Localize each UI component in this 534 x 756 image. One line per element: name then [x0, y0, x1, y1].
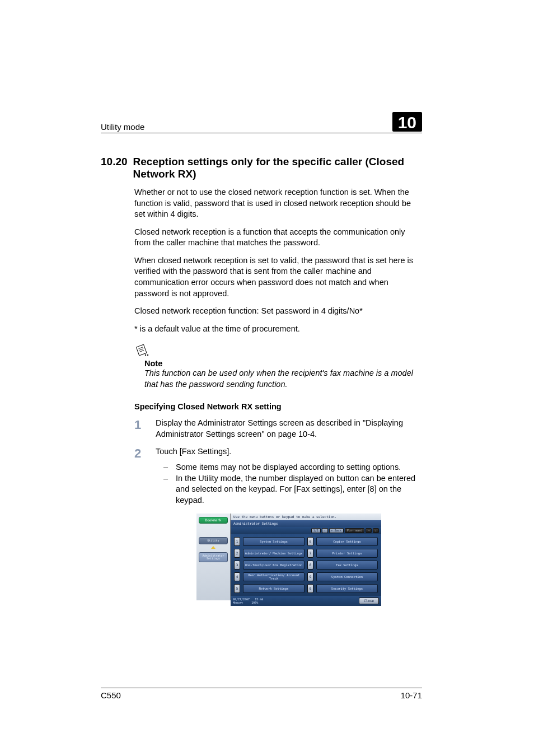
step: 2 Touch [Fax Settings]. – Some items may…: [134, 446, 422, 600]
header-section-title: Utility mode: [101, 122, 144, 132]
bookmark-button[interactable]: Bookmark: [199, 517, 228, 524]
sidebar-item-admin-settings[interactable]: Administrator Settings: [199, 552, 228, 562]
back-first-button[interactable]: ↑: [322, 528, 328, 533]
step-text: Display the Administrator Settings scree…: [156, 418, 422, 440]
step-sublist: – Some items may not be displayed accord…: [156, 462, 422, 506]
paragraph: When closed network reception is set to …: [134, 255, 422, 299]
note-block: Note This function can be used only when…: [134, 344, 422, 390]
step-list: 1 Display the Administrator Settings scr…: [134, 418, 422, 600]
menu-network-settings[interactable]: Network Settings: [243, 584, 305, 593]
menu-system-settings[interactable]: System Settings: [243, 537, 305, 546]
forward-button[interactable]: For- ward: [345, 528, 364, 533]
page-indicator: 1/2: [311, 528, 321, 533]
step-subitem: – Some items may not be displayed accord…: [163, 462, 422, 473]
screenshot-sidebar: Bookmark Utility Administrator Settings: [196, 514, 230, 600]
paragraph: Closed network reception function: Set p…: [134, 306, 422, 317]
step-number: 2: [134, 446, 146, 600]
step-subtext: Some items may not be displayed accordin…: [176, 462, 401, 473]
menu-number[interactable]: 0: [307, 584, 313, 593]
step-body: Touch [Fax Settings]. – Some items may n…: [156, 446, 422, 600]
svg-point-4: [145, 354, 146, 356]
menu-user-auth[interactable]: User Authentication/ Account Track: [243, 572, 305, 581]
forward-last-button[interactable]: ↓: [373, 528, 379, 533]
svg-line-2: [139, 349, 144, 351]
sidebar-item-utility[interactable]: Utility: [199, 537, 228, 544]
body-text-block: Whether or not to use the closed network…: [134, 187, 422, 334]
footer-page-number: 10-71: [401, 690, 422, 700]
document-page: Utility mode 10 10.20 Reception settings…: [0, 0, 534, 756]
screen-title: Administrator Settings: [231, 520, 381, 527]
note-icon-row: [134, 344, 422, 357]
menu-admin-machine[interactable]: Administrator/ Machine Settings: [243, 549, 305, 558]
status-text: 09/27/2007 15:44 Memory 100%: [233, 598, 263, 604]
menu-number[interactable]: 2: [234, 549, 240, 558]
step-number: 1: [134, 418, 146, 440]
menu-number[interactable]: 6: [307, 537, 313, 546]
section-title-text: Reception settings only for the specific…: [133, 156, 422, 180]
menu-onetouch-userbox[interactable]: One-Touch/User Box Registration: [243, 561, 305, 570]
dash-bullet: –: [163, 473, 170, 506]
toolbar: 1/2 ↑ ← Back For- ward → ↓: [231, 527, 381, 534]
status-bar: 09/27/2007 15:44 Memory 100% Close: [231, 596, 381, 606]
step-text: Touch [Fax Settings].: [156, 447, 231, 456]
note-icon: [134, 344, 149, 357]
menu-printer-settings[interactable]: Printer Settings: [316, 549, 378, 558]
instruction-bar: Use the menu buttons or keypad to make a…: [231, 514, 381, 520]
svg-rect-0: [136, 344, 147, 356]
paragraph: Whether or not to use the closed network…: [134, 187, 422, 220]
svg-line-3: [140, 351, 144, 352]
back-button[interactable]: ← Back: [329, 528, 344, 533]
note-body: This function can be used only when the …: [144, 368, 422, 390]
menu-copier-settings[interactable]: Copier Settings: [316, 537, 378, 546]
status-mem-label: Memory: [233, 601, 243, 604]
menu-fax-settings[interactable]: Fax Settings: [316, 561, 378, 570]
step-subitem: – In the Utility mode, the number displa…: [163, 473, 422, 506]
menu-number[interactable]: 8: [307, 561, 313, 570]
subheading: Specifying Closed Network RX setting: [134, 402, 422, 411]
svg-point-5: [147, 354, 148, 356]
close-button[interactable]: Close: [359, 598, 379, 604]
chevron-down-icon: [211, 546, 216, 549]
menu-number[interactable]: 7: [307, 549, 313, 558]
menu-number[interactable]: 4: [234, 572, 240, 581]
section-heading: 10.20 Reception settings only for the sp…: [101, 156, 422, 180]
paragraph: Closed network reception is a function t…: [134, 227, 422, 249]
forward-arrow-button[interactable]: →: [366, 528, 372, 533]
svg-line-1: [139, 347, 143, 349]
step: 1 Display the Administrator Settings scr…: [134, 418, 422, 440]
dash-bullet: –: [163, 462, 170, 473]
footer-model: C550: [101, 690, 121, 700]
section-number: 10.20: [101, 156, 128, 180]
status-mem-value: 100%: [251, 601, 258, 604]
paragraph: * is a default value at the time of proc…: [134, 324, 422, 335]
page-footer: C550 10-71: [101, 688, 422, 700]
device-screenshot: Bookmark Utility Administrator Settings …: [196, 514, 381, 600]
chapter-number-badge: 10: [392, 112, 422, 132]
menu-number[interactable]: 3: [234, 561, 240, 570]
menu-number[interactable]: 9: [307, 572, 313, 581]
menu-number[interactable]: 1: [234, 537, 240, 546]
menu-number[interactable]: 5: [234, 584, 240, 593]
menu-security-settings[interactable]: Security Settings: [316, 584, 378, 593]
menu-system-connection[interactable]: System Connection: [316, 572, 378, 581]
menu-grid: 1 System Settings 6 Copier Settings 2 Ad…: [231, 534, 381, 596]
step-subtext: In the Utility mode, the number displaye…: [176, 473, 422, 506]
page-header: Utility mode 10: [101, 112, 422, 133]
note-heading: Note: [144, 359, 422, 368]
screenshot-main: Use the menu buttons or keypad to make a…: [230, 514, 381, 600]
